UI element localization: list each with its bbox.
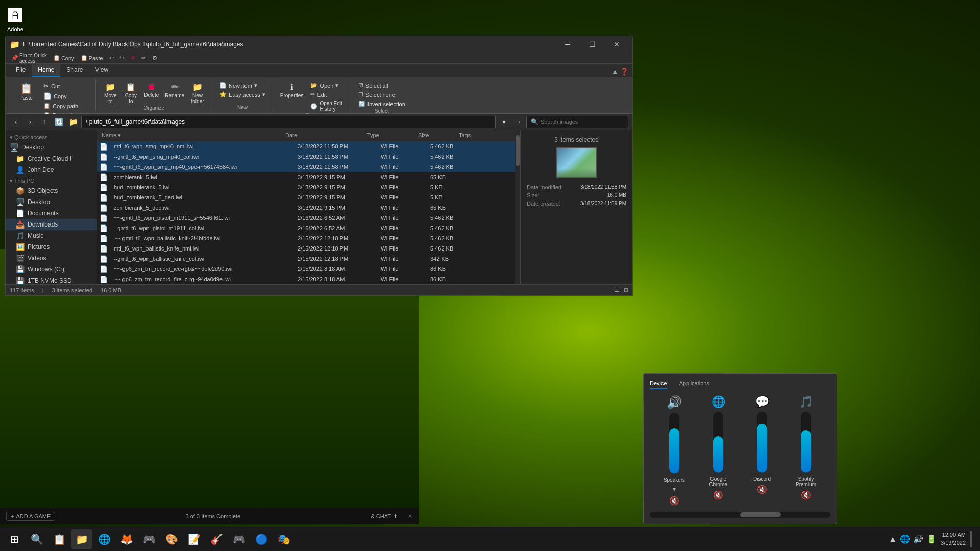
gamepass-button[interactable]: 🎮 (139, 529, 159, 549)
ribbon-help-button[interactable]: ❓ (620, 68, 628, 76)
detail-view-icon[interactable]: ⊞ (624, 287, 628, 293)
speakers-chevron[interactable]: ▾ (673, 486, 676, 493)
tab-file[interactable]: File (10, 64, 32, 77)
edge-button[interactable]: 🌐 (94, 529, 114, 549)
delete-button[interactable]: 🗑 Delete (142, 81, 161, 99)
search-input[interactable] (541, 119, 617, 125)
task-view-button[interactable]: 📋 (49, 529, 69, 549)
copy-to-button[interactable]: 📋 Copyto (121, 81, 140, 105)
refresh-button[interactable]: 🔃 (53, 116, 65, 128)
table-row[interactable]: 📄 mtl_t6_wpn_smg_mp40_nml.iwi 3/18/2022 … (97, 141, 515, 152)
easy-access-button[interactable]: ⭐ Easy access ▾ (216, 90, 268, 99)
adobe-desktop-icon[interactable]: 🅰 Adobe (5, 5, 26, 34)
battery-icon[interactable]: 🔋 (926, 534, 937, 544)
col-header-size[interactable]: Size (414, 131, 455, 140)
this-pc-header[interactable]: ▾ This PC (6, 176, 97, 185)
chat-button[interactable]: & CHAT ⬆ (371, 513, 398, 520)
copy-path-button[interactable]: 📋 Copy path (40, 102, 91, 110)
table-row[interactable]: 📄 --gmtl_t6_wpn_ballistic_knife_col.iwi … (97, 254, 515, 264)
undo-button[interactable]: ↩ (108, 54, 115, 62)
steam-button[interactable]: 🎮 (229, 529, 249, 549)
delete-quick-button[interactable]: ✕ (129, 54, 137, 62)
cut-button[interactable]: ✂ Cut (40, 81, 91, 91)
sidebar-item-windows-c[interactable]: 💾 Windows (C:) (6, 264, 97, 275)
network-icon[interactable]: 🌐 (900, 534, 910, 544)
sidebar-item-documents[interactable]: 📄 Documents (6, 208, 97, 219)
paste-button[interactable]: 📋 Paste (14, 81, 38, 102)
table-row[interactable]: 📄 hud_zombierank_5_ded.iwi 3/13/2022 9:1… (97, 192, 515, 203)
table-row[interactable]: 📄 zombierank_5.iwi 3/13/2022 9:15 PM IWI… (97, 172, 515, 182)
list-view-icon[interactable]: ☰ (615, 287, 620, 293)
maximize-button[interactable]: ☐ (580, 36, 604, 53)
ribbon-minimize-button[interactable]: ▲ (611, 68, 618, 76)
tab-share[interactable]: Share (60, 64, 89, 77)
spotify-slider[interactable] (801, 412, 811, 473)
sidebar-item-music[interactable]: 🎵 Music (6, 230, 97, 241)
quick-copy-button[interactable]: 📋 Copy (52, 54, 76, 62)
notepad-button[interactable]: 📝 (184, 529, 204, 549)
table-row[interactable]: 📄 --gmtl_t6_wpn_smg_mp40_col.iwi 3/18/20… (97, 152, 515, 162)
rename-button[interactable]: ✏ Rename (163, 81, 186, 99)
address-input[interactable] (81, 116, 496, 128)
col-header-type[interactable]: Type (363, 131, 414, 140)
minimize-button[interactable]: ─ (556, 36, 579, 53)
search-taskbar-button[interactable]: 🔍 (27, 529, 47, 549)
volume-icon[interactable]: 🔊 (913, 534, 923, 544)
firefox-button[interactable]: 🦊 (116, 529, 137, 549)
invert-selection-button[interactable]: 🔄 Invert selection (355, 99, 408, 108)
col-header-tags[interactable]: Tags (455, 131, 515, 140)
ps-button[interactable]: 🎭 (274, 529, 294, 549)
new-item-button[interactable]: 📄 New item ▾ (216, 81, 268, 90)
start-button[interactable]: ⊞ (4, 529, 24, 549)
quick-access-header[interactable]: ▾ Quick access (6, 132, 97, 142)
forward-button[interactable]: › (24, 116, 36, 128)
tray-expand-icon[interactable]: ▲ (889, 535, 897, 544)
adobe-taskbar-button[interactable]: 🎨 (161, 529, 182, 549)
sidebar-item-pictures[interactable]: 🖼️ Pictures (6, 241, 97, 253)
quick-paste-button[interactable]: 📋 Paste (79, 54, 105, 62)
col-header-date[interactable]: Date (281, 131, 363, 140)
address-expand-button[interactable]: ▾ (498, 116, 510, 128)
vertical-scrollbar[interactable] (515, 130, 520, 284)
col-header-name[interactable]: Name ▾ (97, 131, 281, 140)
close-overlay-icon[interactable]: ✕ (408, 513, 412, 520)
table-row[interactable]: 📄 --gmtl_t6_wpn_pistol_m1911_col.iwi 2/1… (97, 223, 515, 233)
new-folder-button[interactable]: 📁 Newfolder (188, 81, 207, 105)
table-row[interactable]: 📄 ~~-gp6_zm_tm_record_ice-rgb&~~defc2d90… (97, 264, 515, 274)
speakers-slider[interactable] (669, 413, 679, 474)
back-button[interactable]: ‹ (10, 116, 22, 128)
placeid-button[interactable]: 🔵 (251, 529, 272, 549)
sidebar-item-desktop-quick[interactable]: 🖥️ Desktop (6, 142, 97, 153)
address-go-button[interactable]: → (512, 116, 524, 128)
copy-button[interactable]: 📄 Copy (40, 91, 91, 101)
applications-tab[interactable]: Applications (679, 380, 709, 389)
explorer-taskbar-button[interactable]: 📁 (71, 529, 92, 549)
properties-button[interactable]: ℹ Properties (278, 81, 306, 99)
properties-quick-button[interactable]: ⚙ (151, 54, 159, 62)
spotify-taskbar-button[interactable]: 🎸 (206, 529, 227, 549)
sidebar-item-john-doe[interactable]: 👤 John Doe (6, 164, 97, 176)
table-row[interactable]: 📄 ~~-gmtl_t6_wpn_pistol_m1911_s~5546ff61… (97, 213, 515, 223)
horizontal-scrollbar[interactable] (650, 512, 830, 518)
open-button[interactable]: 📂 Open ▾ (307, 81, 345, 90)
select-all-button[interactable]: ☑ Select all (355, 81, 408, 90)
sidebar-item-3d-objects[interactable]: 📦 3D Objects (6, 185, 97, 196)
discord-slider[interactable] (757, 412, 767, 473)
tab-view[interactable]: View (89, 64, 114, 77)
chrome-slider[interactable] (713, 412, 723, 473)
sidebar-item-downloads[interactable]: 📥 Downloads (6, 219, 97, 230)
close-button[interactable]: ✕ (605, 36, 628, 53)
table-row[interactable]: 📄 mtl_t6_wpn_ballistic_knife_nml.iwi 2/1… (97, 243, 515, 254)
table-row[interactable]: 📄 ~~-gp6_zm_tm_record_fire_c-rg~94da0d9e… (97, 274, 515, 284)
chrome-mute[interactable]: 🔇 (713, 490, 723, 500)
discord-mute[interactable]: 🔇 (757, 485, 767, 494)
rename-quick-button[interactable]: ✏ (140, 54, 148, 62)
sidebar-item-videos[interactable]: 🎬 Videos (6, 253, 97, 264)
pin-quick-access-button[interactable]: 📌 Pin to Quickaccess (10, 52, 48, 64)
history-button[interactable]: 🕐 Open EditHistory (307, 99, 345, 113)
device-tab[interactable]: Device (650, 380, 667, 389)
add-game-button[interactable]: + ADD A GAME (6, 512, 55, 521)
scrollbar-thumb[interactable] (516, 135, 520, 166)
select-none-button[interactable]: ☐ Select none (355, 90, 408, 99)
table-row[interactable]: 📄 zombierank_5_ded.iwi 3/13/2022 9:15 PM… (97, 203, 515, 213)
